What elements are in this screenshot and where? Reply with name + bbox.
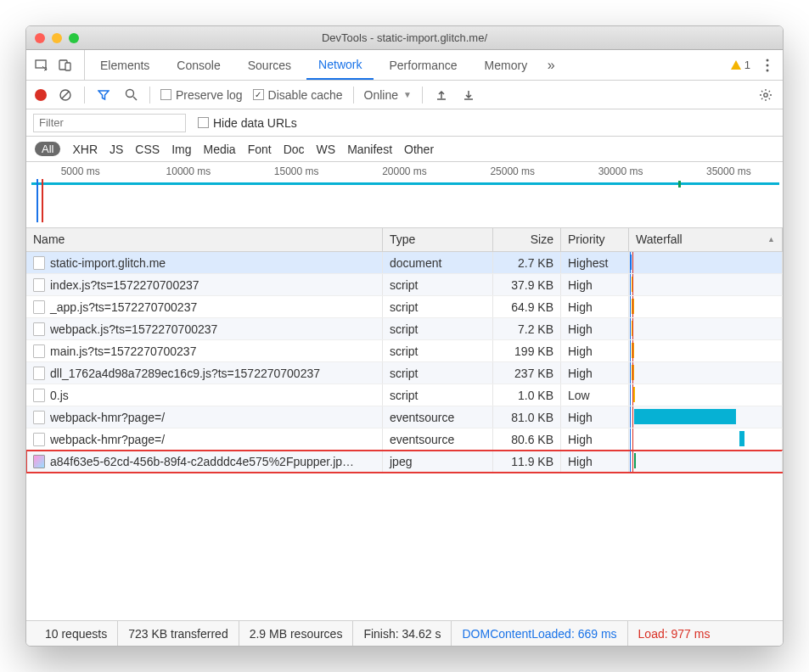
request-type: script bbox=[383, 362, 493, 384]
table-row[interactable]: webpack.js?ts=1572270700237script7.2 KBH… bbox=[26, 318, 783, 340]
tab-memory[interactable]: Memory bbox=[473, 50, 540, 80]
request-name: _app.js?ts=1572270700237 bbox=[50, 300, 197, 314]
table-row[interactable]: static-import.glitch.medocument2.7 KBHig… bbox=[26, 252, 783, 274]
waterfall-cell bbox=[629, 384, 783, 406]
inspect-icon[interactable] bbox=[33, 57, 50, 74]
file-icon bbox=[33, 411, 45, 424]
col-header-name[interactable]: Name bbox=[26, 228, 383, 251]
throttling-select[interactable]: Online▼ bbox=[364, 88, 412, 102]
filter-input[interactable] bbox=[33, 114, 186, 132]
request-name: webpack.js?ts=1572270700237 bbox=[50, 322, 217, 336]
tab-elements[interactable]: Elements bbox=[88, 50, 161, 80]
disable-cache-checkbox[interactable]: ✓Disable cache bbox=[253, 88, 343, 102]
request-size: 81.0 KB bbox=[493, 406, 561, 428]
tab-console[interactable]: Console bbox=[165, 50, 232, 80]
device-toggle-icon[interactable] bbox=[57, 57, 74, 74]
request-priority: High bbox=[561, 340, 629, 361]
tab-network[interactable]: Network bbox=[306, 50, 374, 80]
type-filter-css[interactable]: CSS bbox=[135, 143, 160, 156]
more-tabs-icon[interactable]: » bbox=[542, 57, 559, 74]
hide-data-urls-checkbox[interactable]: Hide data URLs bbox=[198, 116, 297, 130]
request-priority: High bbox=[561, 428, 629, 450]
search-icon[interactable] bbox=[122, 87, 139, 104]
type-filter-font[interactable]: Font bbox=[248, 143, 272, 156]
type-filter-img[interactable]: Img bbox=[171, 143, 191, 156]
file-icon bbox=[33, 300, 45, 314]
col-header-type[interactable]: Type bbox=[383, 228, 493, 251]
svg-line-9 bbox=[133, 97, 137, 100]
type-filter-js[interactable]: JS bbox=[110, 143, 123, 156]
download-icon[interactable] bbox=[460, 87, 477, 104]
table-row[interactable]: index.js?ts=1572270700237script37.9 KBHi… bbox=[26, 274, 783, 296]
table-row[interactable]: _app.js?ts=1572270700237script64.9 KBHig… bbox=[26, 296, 783, 318]
waterfall-cell bbox=[629, 406, 783, 428]
clear-icon[interactable] bbox=[57, 87, 74, 104]
titlebar: DevTools - static-import.glitch.me/ bbox=[26, 26, 783, 50]
file-icon bbox=[33, 322, 45, 336]
request-type: script bbox=[383, 296, 493, 317]
request-priority: High bbox=[561, 406, 629, 428]
svg-rect-0 bbox=[36, 60, 46, 68]
svg-point-4 bbox=[767, 64, 769, 66]
type-filter-all[interactable]: All bbox=[35, 142, 60, 156]
preserve-log-checkbox[interactable]: Preserve log bbox=[160, 88, 243, 102]
col-header-priority[interactable]: Priority bbox=[561, 228, 629, 251]
request-type: script bbox=[383, 340, 493, 361]
table-row[interactable]: 0.jsscript1.0 KBLow bbox=[26, 384, 783, 406]
request-type: eventsource bbox=[383, 406, 493, 428]
settings-gear-icon[interactable] bbox=[757, 87, 774, 104]
request-priority: Highest bbox=[561, 252, 629, 273]
request-type: jpeg bbox=[383, 451, 493, 472]
table-row[interactable]: webpack-hmr?page=/eventsource81.0 KBHigh bbox=[26, 406, 783, 428]
status-requests: 10 requests bbox=[35, 621, 118, 646]
table-row[interactable]: a84f63e5-62cd-456b-89f4-c2adddc4e575%2Fp… bbox=[26, 451, 783, 473]
request-priority: High bbox=[561, 318, 629, 339]
timeline-overview[interactable]: 5000 ms 10000 ms 15000 ms 20000 ms 25000… bbox=[26, 162, 783, 228]
request-size: 199 KB bbox=[493, 340, 561, 361]
filter-bar: Hide data URLs bbox=[26, 109, 783, 137]
type-filter-other[interactable]: Other bbox=[404, 143, 434, 156]
request-name: webpack-hmr?page=/ bbox=[50, 433, 165, 446]
waterfall-cell bbox=[629, 296, 783, 317]
status-load: Load: 977 ms bbox=[628, 621, 721, 646]
waterfall-cell bbox=[629, 428, 783, 450]
record-button[interactable] bbox=[35, 89, 47, 101]
table-row[interactable]: webpack-hmr?page=/eventsource80.6 KBHigh bbox=[26, 428, 783, 451]
request-priority: High bbox=[561, 274, 629, 295]
request-name: 0.js bbox=[50, 389, 69, 402]
table-row[interactable]: main.js?ts=1572270700237script199 KBHigh bbox=[26, 340, 783, 362]
svg-line-7 bbox=[62, 92, 69, 98]
filter-icon[interactable] bbox=[95, 87, 112, 104]
kebab-menu-icon[interactable] bbox=[759, 57, 776, 74]
status-dcl: DOMContentLoaded: 669 ms bbox=[452, 621, 627, 646]
type-filter-media[interactable]: Media bbox=[204, 143, 236, 156]
request-name: static-import.glitch.me bbox=[50, 256, 166, 270]
col-header-size[interactable]: Size bbox=[493, 228, 561, 251]
type-filter-doc[interactable]: Doc bbox=[284, 143, 305, 156]
request-size: 237 KB bbox=[493, 362, 561, 384]
request-size: 11.9 KB bbox=[493, 451, 561, 472]
request-type: document bbox=[383, 252, 493, 273]
request-name: webpack-hmr?page=/ bbox=[50, 411, 165, 424]
type-filter-manifest[interactable]: Manifest bbox=[347, 143, 392, 156]
file-icon bbox=[33, 344, 45, 358]
warning-icon bbox=[730, 59, 742, 71]
col-header-waterfall[interactable]: Waterfall bbox=[629, 228, 783, 251]
tab-performance[interactable]: Performance bbox=[377, 50, 469, 80]
tab-sources[interactable]: Sources bbox=[236, 50, 303, 80]
type-filter-xhr[interactable]: XHR bbox=[72, 143, 98, 156]
request-type: script bbox=[383, 274, 493, 295]
table-row[interactable]: dll_1762a4d98a7289ec16c9.js?ts=157227070… bbox=[26, 362, 783, 384]
svg-point-5 bbox=[767, 69, 769, 71]
svg-point-10 bbox=[764, 92, 767, 96]
type-filter-ws[interactable]: WS bbox=[317, 143, 336, 156]
request-type: eventsource bbox=[383, 428, 493, 450]
waterfall-cell bbox=[629, 318, 783, 339]
request-size: 7.2 KB bbox=[493, 318, 561, 339]
request-priority: Low bbox=[561, 384, 629, 406]
warnings-badge[interactable]: 1 bbox=[730, 59, 750, 71]
request-size: 64.9 KB bbox=[493, 296, 561, 317]
file-icon bbox=[33, 389, 45, 402]
svg-rect-2 bbox=[65, 63, 70, 70]
upload-icon[interactable] bbox=[433, 87, 450, 104]
